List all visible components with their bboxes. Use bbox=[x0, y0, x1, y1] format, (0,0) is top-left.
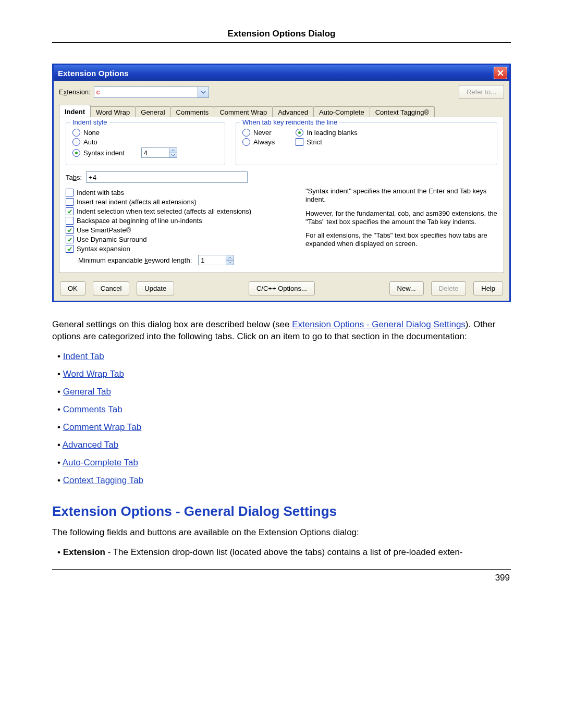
tabs-input[interactable] bbox=[86, 171, 248, 183]
tab-advanced[interactable]: Advanced bbox=[272, 106, 314, 117]
tab-context-tagging[interactable]: Context Tagging® bbox=[370, 106, 435, 117]
link-comments-tab[interactable]: Comments Tab bbox=[63, 404, 123, 414]
radio-none[interactable]: None bbox=[72, 129, 218, 137]
dialog-button-bar: OK Cancel Update C/C++ Options... New...… bbox=[54, 276, 509, 301]
extension-label: Extension: bbox=[59, 88, 91, 96]
checkbox-smartpaste[interactable]: Use SmartPaste® bbox=[66, 226, 295, 234]
cancel-button[interactable]: Cancel bbox=[93, 281, 129, 295]
checkbox-strict[interactable]: Strict bbox=[296, 138, 358, 146]
dialog-title: Extension Options bbox=[58, 69, 129, 78]
lang-options-button[interactable]: C/C++ Options... bbox=[249, 281, 315, 295]
group-indent-style: Indent style bbox=[70, 118, 109, 126]
intro-paragraph: General settings on this dialog box are … bbox=[52, 319, 511, 343]
chevron-down-icon[interactable] bbox=[169, 153, 177, 158]
tab-general[interactable]: General bbox=[135, 106, 170, 117]
radio-auto[interactable]: Auto bbox=[72, 138, 218, 146]
link-indent-tab[interactable]: Indent Tab bbox=[63, 351, 104, 361]
chevron-up-icon[interactable] bbox=[169, 148, 177, 153]
checkbox-indent-selection[interactable]: Indent selection when text selected (aff… bbox=[66, 207, 295, 215]
ok-button[interactable]: OK bbox=[60, 281, 85, 295]
section-intro: The following fields and buttons are ava… bbox=[52, 527, 511, 539]
radio-never[interactable]: Never bbox=[242, 129, 275, 137]
tab-comment-wrap[interactable]: Comment Wrap bbox=[214, 106, 273, 117]
delete-button[interactable]: Delete bbox=[431, 281, 467, 295]
chevron-down-icon[interactable] bbox=[226, 260, 234, 265]
checkbox-dynamic-surround[interactable]: Use Dynamic Surround bbox=[66, 236, 295, 243]
extension-field-bullet: Extension - The Extension drop-down list… bbox=[57, 547, 511, 558]
link-general-dialog-settings[interactable]: Extension Options - General Dialog Setti… bbox=[292, 319, 466, 329]
link-advanced-tab[interactable]: Advanced Tab bbox=[63, 440, 118, 450]
tab-indent[interactable]: Indent bbox=[59, 105, 91, 117]
page-header-title: Extension Options Dialog bbox=[52, 29, 511, 42]
extension-input[interactable] bbox=[94, 87, 198, 98]
tab-strip: Indent Word Wrap General Comments Commen… bbox=[59, 104, 504, 117]
help-button[interactable]: Help bbox=[473, 281, 503, 295]
help-text: "Syntax indent" specifies the amount the… bbox=[305, 187, 497, 265]
dialog-titlebar: Extension Options bbox=[54, 65, 509, 81]
header-rule bbox=[52, 42, 511, 43]
link-comment-wrap-tab[interactable]: Comment Wrap Tab bbox=[63, 422, 142, 432]
tab-link-list: Indent Tab Word Wrap Tab General Tab Com… bbox=[57, 351, 511, 486]
tabs-label: Tabs: bbox=[66, 174, 82, 181]
link-context-tagging-tab[interactable]: Context Tagging Tab bbox=[63, 475, 143, 485]
checkbox-syntax-expansion[interactable]: Syntax expansion bbox=[66, 245, 295, 253]
new-button[interactable]: New... bbox=[389, 281, 424, 295]
update-button[interactable]: Update bbox=[137, 281, 174, 295]
group-reindent: When tab key reindents the line bbox=[240, 118, 339, 126]
section-heading: Extension Options - General Dialog Setti… bbox=[52, 503, 511, 520]
chevron-down-icon[interactable] bbox=[198, 87, 209, 98]
refer-to-button[interactable]: Refer to... bbox=[459, 85, 504, 99]
indent-tab-panel: Indent style None Auto Syntax indent bbox=[59, 117, 504, 273]
footer-rule bbox=[52, 569, 511, 570]
radio-always[interactable]: Always bbox=[242, 138, 275, 146]
radio-syntax-indent[interactable]: Syntax indent bbox=[72, 147, 218, 158]
radio-leading-blanks[interactable]: In leading blanks bbox=[296, 129, 358, 137]
checkbox-indent-with-tabs[interactable]: Indent with tabs bbox=[66, 189, 295, 196]
min-keyword-spinner[interactable] bbox=[198, 255, 234, 265]
checkbox-backspace-unindent[interactable]: Backspace at beginning of line un-indent… bbox=[66, 217, 295, 225]
min-keyword-label: Minimum expandable keyword length: bbox=[78, 256, 192, 264]
checkbox-insert-real-indent[interactable]: Insert real indent (affects all extensio… bbox=[66, 198, 295, 206]
tab-word-wrap[interactable]: Word Wrap bbox=[90, 106, 136, 117]
link-general-tab[interactable]: General Tab bbox=[63, 387, 111, 397]
tab-auto-complete[interactable]: Auto-Complete bbox=[313, 106, 370, 117]
chevron-up-icon[interactable] bbox=[226, 255, 234, 260]
extension-combo[interactable] bbox=[94, 87, 209, 98]
link-auto-complete-tab[interactable]: Auto-Complete Tab bbox=[63, 458, 138, 467]
extension-options-dialog: Extension Options Extension: Refer to... bbox=[52, 64, 511, 302]
page-number: 399 bbox=[52, 573, 511, 583]
tab-comments[interactable]: Comments bbox=[170, 106, 215, 117]
syntax-indent-spinner[interactable] bbox=[141, 147, 177, 158]
close-icon[interactable] bbox=[494, 67, 507, 79]
link-word-wrap-tab[interactable]: Word Wrap Tab bbox=[63, 369, 124, 379]
